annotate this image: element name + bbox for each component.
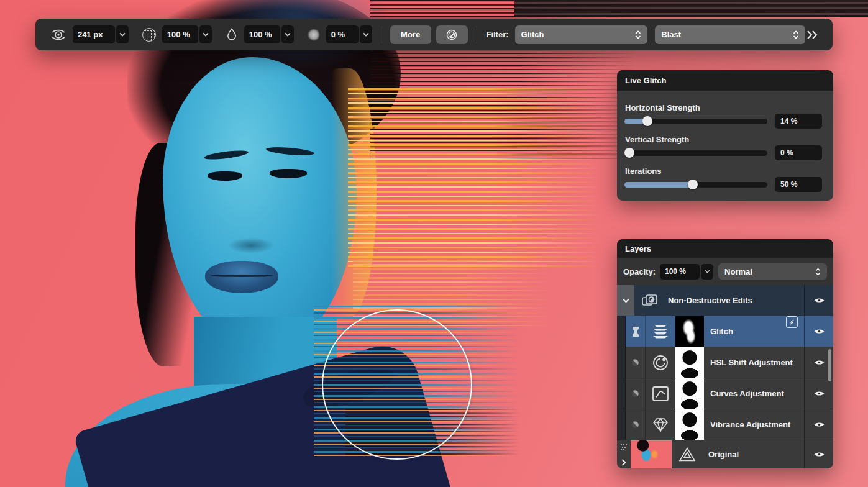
group-indent xyxy=(617,347,626,378)
layers-scrollbar[interactable] xyxy=(828,349,831,381)
horizontal-strength-slider[interactable] xyxy=(624,114,767,128)
toolbar-separator-2 xyxy=(477,25,477,44)
half-sphere-icon xyxy=(626,347,645,378)
glitch-mask-thumbnail[interactable] xyxy=(675,316,704,347)
horizontal-strength-value[interactable]: 14 % xyxy=(775,114,822,129)
hardness-field[interactable]: 100 % xyxy=(162,25,198,43)
vertical-strength-value[interactable]: 0 % xyxy=(775,145,822,160)
updown-chevrons-icon xyxy=(815,268,821,276)
layer-row-hsl[interactable]: HSL Shift Adjustment xyxy=(617,347,833,378)
layer-name: Original xyxy=(702,440,804,468)
group-icon xyxy=(634,285,664,316)
layer-row-original[interactable]: Original xyxy=(617,440,833,468)
context-toolbar: 241 px 100 % 100 % 0 % xyxy=(35,19,833,50)
hsl-mask-thumbnail[interactable] xyxy=(675,347,704,378)
eye-icon xyxy=(814,451,825,458)
group-expand-toggle[interactable] xyxy=(617,285,634,316)
brush-size-dropdown[interactable] xyxy=(116,25,129,43)
flow-field[interactable]: 100 % xyxy=(244,25,280,43)
layer-row-curves[interactable]: Curves Adjustment xyxy=(617,378,833,409)
layer-name: Vibrance Adjustment xyxy=(704,409,804,440)
original-thumbnail[interactable] xyxy=(631,440,672,468)
more-button[interactable]: More xyxy=(390,25,431,44)
vibrance-gem-icon xyxy=(645,409,675,440)
glitch-stack-icon xyxy=(645,316,675,347)
horizontal-strength-label: Horizontal Strength xyxy=(625,103,826,112)
layer-list: Non-Destructive Edits xyxy=(617,285,833,468)
curves-icon xyxy=(645,378,675,409)
slider-thumb[interactable] xyxy=(624,148,634,158)
live-filter-badge xyxy=(786,316,798,328)
brush-width-icon xyxy=(50,27,66,43)
shape-dropdown[interactable] xyxy=(360,25,372,43)
glitch-streaks-orange xyxy=(348,88,609,270)
curves-mask-thumbnail[interactable] xyxy=(675,378,704,409)
portrait-lip-line xyxy=(210,275,273,277)
shape-field[interactable]: 0 % xyxy=(326,25,359,43)
brush-cursor[interactable] xyxy=(322,309,472,460)
filter-select[interactable]: Glitch xyxy=(515,25,648,44)
group-indent xyxy=(617,378,626,409)
eye-icon xyxy=(814,421,825,428)
layer-name: HSL Shift Adjustment xyxy=(704,347,804,378)
layer-row-vibrance[interactable]: Vibrance Adjustment xyxy=(617,409,833,440)
visibility-toggle[interactable] xyxy=(804,378,833,409)
vertical-strength-slider[interactable] xyxy=(624,146,767,160)
app-window: 241 px 100 % 100 % 0 % xyxy=(0,0,868,487)
original-row-gutter xyxy=(617,440,631,468)
halftone-hardness-icon xyxy=(142,28,156,42)
preset-select[interactable]: Blast xyxy=(655,25,805,44)
opacity-field[interactable]: 100 % xyxy=(660,264,700,280)
opacity-label: Opacity: xyxy=(623,267,656,276)
updown-chevrons-icon xyxy=(793,30,799,39)
hourglass-icon xyxy=(626,316,645,347)
layers-panel-title: Layers xyxy=(617,239,833,258)
visibility-toggle[interactable] xyxy=(804,285,833,316)
blend-mode-select[interactable]: Normal xyxy=(718,263,827,280)
live-glitch-panel: Live Glitch Horizontal Strength 14 % Ver… xyxy=(617,70,833,201)
eye-icon xyxy=(814,328,825,335)
portrait-eye-left xyxy=(208,171,242,181)
layer-name: Curves Adjustment xyxy=(704,378,804,409)
group-indent xyxy=(617,409,626,440)
visibility-toggle[interactable] xyxy=(804,440,833,468)
opacity-dropdown[interactable] xyxy=(701,264,713,280)
portrait-nose-shadow xyxy=(227,237,275,253)
layers-panel: Layers Opacity: 100 % Normal xyxy=(617,239,833,468)
softness-icon xyxy=(308,29,320,41)
hsl-dial-icon xyxy=(645,347,675,378)
glitch-streaks-top-edge xyxy=(514,0,868,17)
brush-preset-button[interactable] xyxy=(436,25,468,44)
visibility-toggle[interactable] xyxy=(804,316,833,347)
visibility-toggle[interactable] xyxy=(804,409,833,440)
half-sphere-icon xyxy=(626,378,645,409)
portrait-eye-right xyxy=(270,169,307,178)
vertical-strength-label: Vertical Strength xyxy=(625,135,826,144)
overflow-chevrons-icon[interactable] xyxy=(805,30,819,40)
iterations-label: Iterations xyxy=(625,166,826,176)
brush-size-field[interactable]: 241 px xyxy=(73,25,115,43)
hardness-dropdown[interactable] xyxy=(199,25,212,43)
filter-label: Filter: xyxy=(486,30,508,39)
flow-dropdown[interactable] xyxy=(281,25,294,43)
vibrance-mask-thumbnail[interactable] xyxy=(675,409,704,440)
layer-row-glitch[interactable]: Glitch xyxy=(617,316,833,347)
eye-icon xyxy=(814,390,825,397)
updown-chevrons-icon xyxy=(635,30,641,39)
toolbar-separator xyxy=(381,25,381,44)
chevron-right-icon[interactable] xyxy=(621,459,626,466)
eye-icon xyxy=(814,297,825,304)
half-sphere-icon xyxy=(626,409,645,440)
layers-controls: Opacity: 100 % Normal xyxy=(617,258,833,285)
triangle-icon xyxy=(672,440,702,468)
slider-thumb[interactable] xyxy=(642,116,652,126)
eye-icon xyxy=(814,359,825,366)
iterations-value[interactable]: 50 % xyxy=(775,177,822,192)
layer-row-group[interactable]: Non-Destructive Edits xyxy=(617,285,833,316)
iterations-slider[interactable] xyxy=(624,178,767,191)
layer-name: Glitch xyxy=(704,316,786,347)
chevron-down-icon xyxy=(623,298,629,303)
group-indent xyxy=(617,316,626,347)
dots-grid-icon xyxy=(620,444,628,451)
slider-thumb[interactable] xyxy=(688,180,698,189)
